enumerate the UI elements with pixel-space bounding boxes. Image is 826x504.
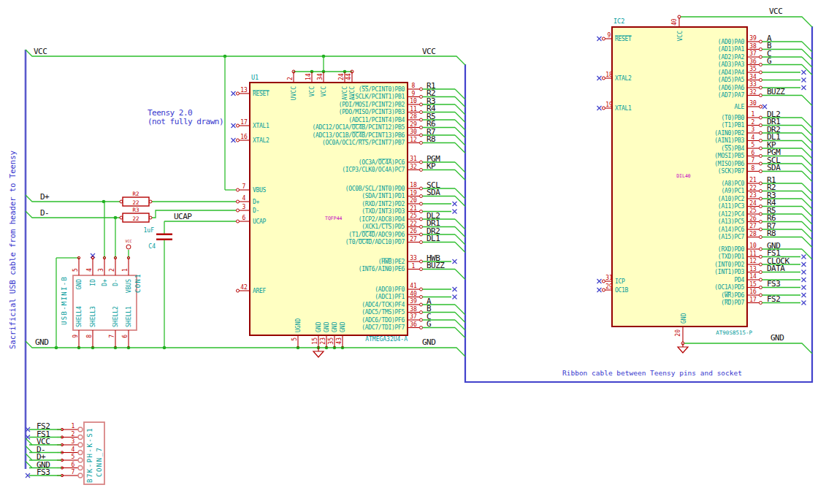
pin-connect-circle <box>760 182 762 185</box>
pin-number: 24 <box>749 200 757 207</box>
pin-number: 17 <box>749 297 757 303</box>
pin-name: (RD)PD7 <box>721 299 744 306</box>
pin-number: 37 <box>749 50 757 57</box>
pin-name: (AD6)PA6 <box>718 85 745 91</box>
pin-connect-circle <box>420 103 423 106</box>
pin-connect-circle <box>237 188 240 191</box>
pin-name: SHELL2 <box>112 306 119 327</box>
pin-name: (RXD/INT2)PD2 <box>362 201 405 207</box>
pin-name: (A11)PC3 <box>718 203 745 210</box>
pin-number: 38 <box>749 43 757 50</box>
pin-name: UGND <box>295 318 302 332</box>
pin-name: (AD5)PA5 <box>718 77 745 83</box>
pin-number: 24 <box>338 73 345 80</box>
pin-number: 9 <box>412 91 416 97</box>
pin-number: 38 <box>410 306 417 313</box>
pin-connect-circle <box>237 209 240 212</box>
pin-name: (TXD/INT3)PD3 <box>362 208 405 215</box>
pin-number: 11 <box>410 106 417 112</box>
no-connect-icon <box>597 279 602 283</box>
net-label-DL1: DL1 <box>427 234 440 243</box>
pin-number: 5 <box>752 142 755 148</box>
ic-ic2[interactable]: IC2DIL40AT90S8515-P9RESET18XTAL219XTAL13… <box>597 15 762 345</box>
pin-name: (SS/PCINT0)PB0 <box>359 86 405 93</box>
pin-name: XTAL2 <box>253 137 269 144</box>
pin-name: VCC <box>321 86 327 97</box>
no-connect-icon <box>597 288 602 292</box>
usb-connector-con1[interactable]: VCC5GND4ID3D+2D-1VBUS9SHELL48SHELL37SHEL… <box>56 202 142 348</box>
pin-name: D- <box>253 207 259 214</box>
net-label-G: G <box>427 319 431 329</box>
no-connect-icon <box>597 106 602 110</box>
pin-number: 13 <box>749 266 757 272</box>
pin-name: PD4 <box>734 277 744 283</box>
pin-name: (XCK1/CTS)PD5 <box>362 224 405 230</box>
pin-connect-circle <box>760 71 762 74</box>
pin-number: 29 <box>605 283 613 290</box>
pin-name: (ADC5/TMS)PF5 <box>362 309 405 316</box>
ground-symbol-icon <box>313 348 324 357</box>
pin-connect-circle <box>760 190 762 193</box>
resistor-value: 22 <box>132 199 139 206</box>
pin-number: 23 <box>749 192 757 199</box>
net-label-FS3: FS3 <box>37 467 50 477</box>
no-connect-icon <box>232 123 236 128</box>
capacitor-c4[interactable]: 1uFC4 <box>144 227 172 250</box>
pin-number: 33 <box>749 81 757 88</box>
net-label-DATA: DATA <box>767 264 785 273</box>
pin-number: 35 <box>749 66 757 72</box>
conn7-pad <box>78 458 83 462</box>
net-label-BUZZ: BUZZ <box>767 87 785 96</box>
pin-name: (WR)PD6 <box>721 292 744 299</box>
pin-name: D- <box>112 279 119 286</box>
pin-number: 26 <box>749 215 757 222</box>
pin-name: (INT1)PD3 <box>714 269 744 275</box>
pin-connect-circle <box>760 162 762 165</box>
pin-number: 1 <box>412 263 416 270</box>
pin-name: (SS)PB4 <box>721 145 744 152</box>
pin-name: (A8)PC0 <box>721 180 744 187</box>
pin-name: (T1/OC4D/ADC9)PD6 <box>348 232 405 238</box>
pin-connect-circle <box>420 202 423 205</box>
pin-connect-circle <box>420 169 423 172</box>
pin-connect-circle <box>760 213 762 215</box>
pin-number: 25 <box>749 207 757 214</box>
pin-name: (HWB)PE2 <box>378 259 405 265</box>
pin-connect-circle <box>420 134 423 137</box>
pin-number: 2 <box>109 268 115 272</box>
pin-connect-circle <box>420 88 423 91</box>
pin-name: (AD0)PA0 <box>718 39 745 45</box>
pin-connect-circle <box>420 296 423 299</box>
pin-number: 11 <box>749 251 757 257</box>
pin-number: 32 <box>749 89 757 96</box>
resistor-r2[interactable]: R222 <box>120 191 152 206</box>
pin-connect-circle <box>760 155 762 158</box>
pin-number: 4 <box>86 268 93 272</box>
cap-ref: C4 <box>148 243 156 250</box>
pin-name: (ADC1)PF1 <box>375 294 405 300</box>
pin-number: 43 <box>336 337 343 345</box>
no-connect-icon <box>802 70 806 75</box>
pin-name: (PDO/MISO/PCINT3)PB3 <box>339 109 405 115</box>
no-connect-icon <box>453 210 457 214</box>
no-connect-icon <box>802 270 806 275</box>
pin-name: (A12)PC4 <box>718 211 745 218</box>
note-sacrificial: Sacrificial USB cable from header to Tee… <box>8 150 17 349</box>
conn7-pad <box>78 443 83 447</box>
pin-number: 30 <box>749 100 757 107</box>
pin-name: (A13)PC5 <box>718 218 745 225</box>
resistor-r3[interactable]: R322 <box>120 207 152 222</box>
wire <box>152 210 236 218</box>
pin-name: (AD4)PA4 <box>718 69 745 76</box>
net-label-vcc: VCC <box>422 47 435 56</box>
pin-connect-circle <box>420 126 423 129</box>
cap-value: 1uF <box>144 227 155 234</box>
no-connect-icon <box>232 91 236 96</box>
ic-u1[interactable]: U1TQFP44ATMEGA32U4-A13RESET17XTAL116XTAL… <box>232 72 423 348</box>
bus-entry <box>802 96 812 106</box>
pin-number: 13 <box>240 87 248 93</box>
pin-name: (A9)PC1 <box>721 188 744 194</box>
pin-connect-circle <box>603 289 605 291</box>
pin-connect-circle <box>420 241 423 244</box>
schematic-canvas[interactable]: VCCVCCD+D-UCAP1uFC4R222R322GNDGNDVCC5GND… <box>0 0 826 504</box>
